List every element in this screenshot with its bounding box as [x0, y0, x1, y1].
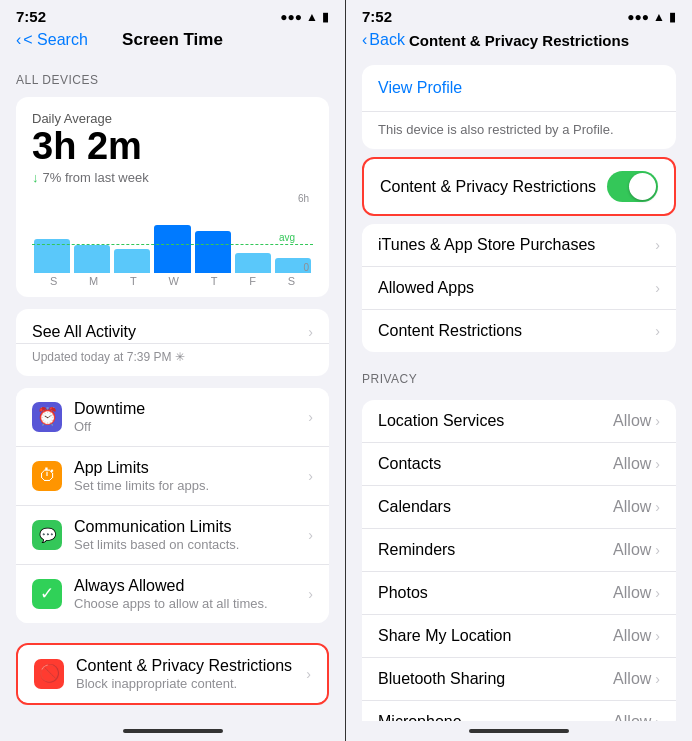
home-bar-right	[469, 729, 569, 733]
see-all-label: See All Activity	[32, 323, 136, 341]
communication-icon: 💬	[32, 520, 62, 550]
nav-bar-left: ‹ < Search Screen Time	[0, 29, 345, 57]
bar-t2	[195, 231, 231, 273]
chevron-left-icon: ‹	[16, 31, 21, 49]
menu-card: ⏰ Downtime Off › ⏱ App Limits Set time l…	[16, 388, 329, 623]
content-restrictions-label: Content Restrictions	[378, 322, 522, 340]
calendars-row[interactable]: Calendars Allow ›	[362, 486, 676, 529]
location-services-chevron: ›	[655, 413, 660, 429]
itunes-label: iTunes & App Store Purchases	[378, 236, 595, 254]
day-m: M	[89, 275, 98, 287]
always-allowed-title: Always Allowed	[74, 577, 308, 595]
back-search-button[interactable]: ‹ < Search	[16, 31, 88, 49]
downtime-icon: ⏰	[32, 402, 62, 432]
app-limits-subtitle: Set time limits for apps.	[74, 478, 308, 493]
list-item-content-privacy[interactable]: 🚫 Content & Privacy Restrictions Block i…	[18, 645, 327, 703]
reminders-value: Allow	[613, 541, 651, 559]
photos-right: Allow ›	[613, 584, 660, 602]
microphone-label: Microphone	[378, 713, 462, 721]
bluetooth-row[interactable]: Bluetooth Sharing Allow ›	[362, 658, 676, 701]
view-profile-link[interactable]: View Profile	[362, 65, 676, 112]
right-screen: 7:52 ●●● ▲ ▮ ‹ Back Content & Privacy Re…	[346, 0, 692, 741]
share-location-row[interactable]: Share My Location Allow ›	[362, 615, 676, 658]
daily-avg-card: Daily Average 3h 2m ↓ 7% from last week …	[16, 97, 329, 297]
list-item-downtime[interactable]: ⏰ Downtime Off ›	[16, 388, 329, 447]
home-indicator-left	[0, 721, 345, 741]
content-settings-card: iTunes & App Store Purchases › Allowed A…	[362, 224, 676, 352]
day-t2: T	[211, 275, 218, 287]
y-label-top: 6h	[298, 193, 309, 204]
status-bar-left: 7:52 ●●● ▲ ▮	[0, 0, 345, 29]
content-privacy-toggle-card: Content & Privacy Restrictions	[362, 157, 676, 216]
microphone-row[interactable]: Microphone Allow ›	[362, 701, 676, 721]
back-label: < Search	[23, 31, 87, 49]
view-profile-card: View Profile This device is also restric…	[362, 65, 676, 149]
daily-avg-label: Daily Average	[32, 111, 313, 126]
day-t1: T	[130, 275, 137, 287]
share-location-chevron: ›	[655, 628, 660, 644]
content-privacy-icon: 🚫	[34, 659, 64, 689]
reminders-row[interactable]: Reminders Allow ›	[362, 529, 676, 572]
content-restrictions-row[interactable]: Content Restrictions ›	[362, 310, 676, 352]
back-chevron-right: ‹	[362, 31, 367, 49]
bluetooth-chevron: ›	[655, 671, 660, 687]
app-limits-text: App Limits Set time limits for apps.	[74, 459, 308, 493]
always-allowed-icon: ✓	[32, 579, 62, 609]
left-screen: 7:52 ●●● ▲ ▮ ‹ < Search Screen Time ALL …	[0, 0, 346, 741]
day-s1: S	[50, 275, 57, 287]
location-services-label: Location Services	[378, 412, 504, 430]
avg-text-label: avg	[279, 232, 295, 243]
app-limits-icon: ⏱	[32, 461, 62, 491]
signal-icon-right: ●●●	[627, 10, 649, 24]
content-restrictions-chevron: ›	[655, 323, 660, 339]
downtime-title: Downtime	[74, 400, 308, 418]
list-item-app-limits[interactable]: ⏱ App Limits Set time limits for apps. ›	[16, 447, 329, 506]
see-all-chevron: ›	[308, 324, 313, 340]
bar-chart: 6h avg 0	[32, 193, 313, 273]
always-allowed-text: Always Allowed Choose apps to allow at a…	[74, 577, 308, 611]
contacts-label: Contacts	[378, 455, 441, 473]
reminders-label: Reminders	[378, 541, 455, 559]
reminders-right: Allow ›	[613, 541, 660, 559]
all-devices-label: ALL DEVICES	[0, 57, 345, 93]
photos-row[interactable]: Photos Allow ›	[362, 572, 676, 615]
communication-title: Communication Limits	[74, 518, 308, 536]
share-location-right: Allow ›	[613, 627, 660, 645]
daily-avg-change: ↓ 7% from last week	[32, 170, 313, 185]
bluetooth-right: Allow ›	[613, 670, 660, 688]
contacts-value: Allow	[613, 455, 651, 473]
allowed-apps-right: ›	[655, 280, 660, 296]
microphone-value: Allow	[613, 713, 651, 721]
bar-w	[154, 225, 190, 273]
bluetooth-label: Bluetooth Sharing	[378, 670, 505, 688]
back-label-right: Back	[369, 31, 405, 49]
avg-line	[32, 244, 313, 245]
itunes-row[interactable]: iTunes & App Store Purchases ›	[362, 224, 676, 267]
contacts-row[interactable]: Contacts Allow ›	[362, 443, 676, 486]
list-item-communication[interactable]: 💬 Communication Limits Set limits based …	[16, 506, 329, 565]
status-icons-left: ●●● ▲ ▮	[280, 10, 329, 24]
battery-icon: ▮	[322, 10, 329, 24]
content-privacy-subtitle: Block inappropriate content.	[76, 676, 306, 691]
allowed-apps-row[interactable]: Allowed Apps ›	[362, 267, 676, 310]
content-privacy-text: Content & Privacy Restrictions Block ina…	[76, 657, 306, 691]
microphone-chevron: ›	[655, 714, 660, 721]
bar-m	[74, 245, 110, 273]
list-item-always-allowed[interactable]: ✓ Always Allowed Choose apps to allow at…	[16, 565, 329, 623]
location-services-row[interactable]: Location Services Allow ›	[362, 400, 676, 443]
right-screen-content: View Profile This device is also restric…	[346, 57, 692, 721]
photos-label: Photos	[378, 584, 428, 602]
content-privacy-toggle[interactable]	[607, 171, 658, 202]
calendars-chevron: ›	[655, 499, 660, 515]
toggle-row: Content & Privacy Restrictions	[364, 159, 674, 214]
back-button-right[interactable]: ‹ Back	[362, 31, 405, 49]
share-location-value: Allow	[613, 627, 651, 645]
day-s2: S	[288, 275, 295, 287]
day-w: W	[168, 275, 178, 287]
privacy-settings-card: Location Services Allow › Contacts Allow…	[362, 400, 676, 721]
content-privacy-title: Content & Privacy Restrictions	[76, 657, 306, 675]
view-profile-sub: This device is also restricted by a Prof…	[362, 112, 676, 149]
left-screen-content: ALL DEVICES Daily Average 3h 2m ↓ 7% fro…	[0, 57, 345, 721]
wifi-icon-right: ▲	[653, 10, 665, 24]
photos-chevron: ›	[655, 585, 660, 601]
